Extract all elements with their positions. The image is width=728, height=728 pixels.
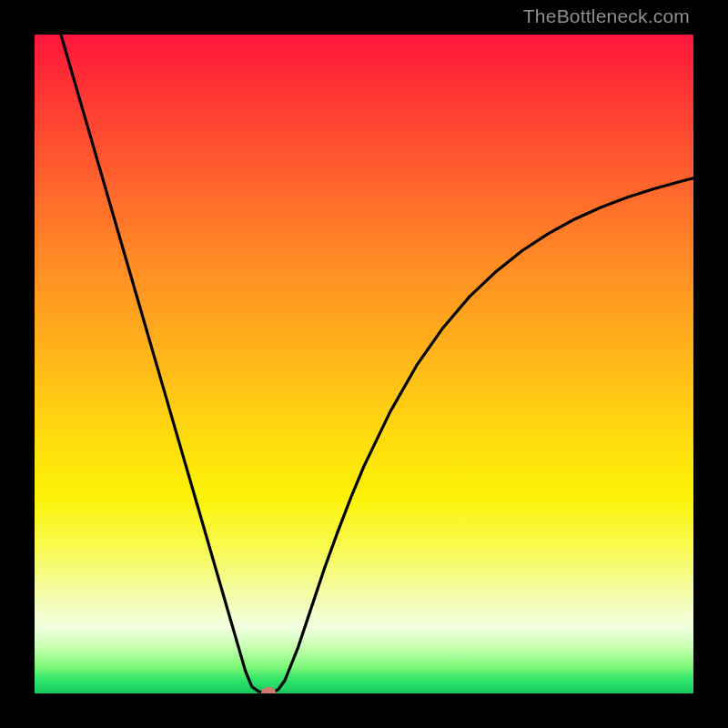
plot-area xyxy=(35,35,693,693)
attribution-text: TheBottleneck.com xyxy=(523,5,690,27)
bottleneck-curve xyxy=(35,35,693,693)
optimal-point-marker xyxy=(261,687,276,693)
chart-frame: TheBottleneck.com xyxy=(0,0,728,728)
